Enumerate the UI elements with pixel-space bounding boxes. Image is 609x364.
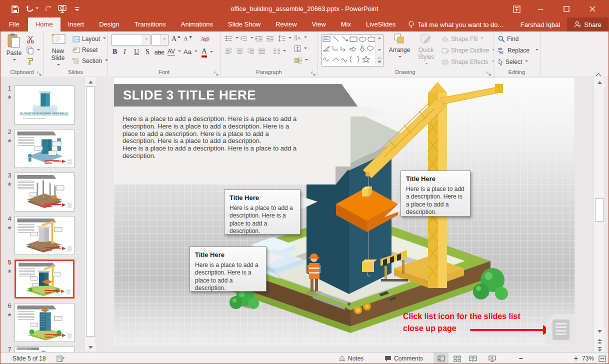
layout-button[interactable]: Layout [72, 36, 106, 42]
user-name[interactable]: Farshad Iqbal [520, 21, 560, 28]
columns-button[interactable] [274, 48, 286, 54]
grow-font-button[interactable]: A [172, 35, 180, 43]
thumbnail-scrollbar[interactable] [84, 76, 96, 352]
increase-indent-button[interactable] [266, 36, 274, 42]
slide-thumbnail-7[interactable]: Blueprint Slide List [14, 346, 74, 352]
slide-canvas[interactable]: SLIDE 3 TITLE HERE Here is a place to ad… [114, 78, 574, 346]
tab-file[interactable]: File [0, 18, 28, 32]
shrink-font-button[interactable]: A [184, 35, 192, 42]
slide-show-icon[interactable] [484, 352, 500, 364]
canvas-scroll-down-icon[interactable] [594, 327, 604, 336]
font-color-button[interactable]: A [202, 47, 213, 58]
justify-button[interactable] [258, 48, 265, 54]
zoom-out-icon[interactable] [518, 352, 524, 364]
tab-slide-show[interactable]: Slide Show [220, 18, 268, 32]
zoom-in-icon[interactable] [574, 352, 578, 364]
section-button[interactable]: Section [72, 58, 108, 64]
bold-button[interactable]: B [112, 48, 117, 56]
cut-button[interactable] [26, 36, 34, 44]
clear-formatting-button[interactable]: A [200, 35, 210, 43]
italic-button[interactable]: I [124, 48, 126, 56]
ribbon-display-options-icon[interactable] [506, 0, 526, 18]
change-case-button[interactable]: Aa [184, 48, 198, 56]
tab-animations[interactable]: Animations [174, 18, 220, 32]
font-dialog-launcher[interactable] [214, 70, 219, 74]
arrange-button[interactable]: Arrange [388, 33, 412, 68]
new-slide-button[interactable]: New Slide [46, 33, 70, 68]
minimize-icon[interactable] [530, 0, 550, 18]
thumbnail-scrollbar-thumb[interactable] [86, 86, 95, 336]
shape-gallery-scroll[interactable] [376, 35, 383, 65]
shape-fill-button[interactable]: Shape Fill [442, 36, 484, 42]
fit-to-window-icon[interactable] [598, 352, 606, 364]
tab-mix[interactable]: Mix [334, 18, 358, 32]
text-direction-button[interactable]: A [294, 34, 307, 41]
find-button[interactable]: Find [498, 36, 518, 42]
canvas-scrollbar[interactable] [594, 76, 604, 352]
spell-check-icon[interactable] [56, 352, 64, 364]
paragraph-dialog-launcher[interactable] [311, 70, 316, 74]
quick-styles-button[interactable]: Quick Styles [414, 33, 438, 68]
thumbnail-scroll-up-icon[interactable] [86, 78, 96, 86]
line-spacing-button[interactable] [278, 36, 292, 42]
slide-thumbnail-1[interactable]: BUSINESS BUILDING ASSEMBLEA Presentation… [14, 86, 74, 124]
slide-description[interactable]: Here is a place to add a description. He… [122, 116, 304, 160]
slide-thumbnail-6[interactable] [14, 303, 74, 342]
slide-thumbnail-3[interactable] [14, 172, 74, 212]
maximize-icon[interactable] [556, 0, 576, 18]
callout-middle[interactable]: Title Here Here is a place to add a desc… [224, 190, 300, 234]
slide-thumbnail-2[interactable] [14, 129, 74, 168]
slide-title-banner[interactable]: SLIDE 3 TITLE HERE [114, 84, 364, 106]
share-button[interactable]: Share [567, 18, 608, 32]
tab-transitions[interactable]: Transitions [127, 18, 174, 32]
slide-thumbnail-5[interactable] [14, 260, 74, 298]
shape-outline-button[interactable]: Shape Outline [442, 47, 495, 54]
font-name-combo[interactable] [112, 34, 150, 46]
thumbnail-scroll-down-icon[interactable] [86, 343, 96, 352]
slide-thumbnail-4[interactable] [14, 216, 74, 255]
shape-gallery[interactable] [322, 34, 384, 66]
tell-me-box[interactable]: Tell me what you want to do... [403, 18, 508, 32]
text-shadow-button[interactable]: S [146, 48, 150, 56]
reset-button[interactable]: Reset [72, 46, 98, 54]
slide-sorter-view-icon[interactable] [450, 352, 464, 364]
copy-button[interactable] [26, 46, 40, 54]
replace-button[interactable]: abac Replace [498, 47, 538, 54]
character-spacing-button[interactable]: AV [168, 48, 181, 56]
close-icon[interactable] [582, 0, 602, 18]
align-text-button[interactable] [294, 46, 307, 52]
reading-view-icon[interactable] [466, 352, 480, 364]
tab-review[interactable]: Review [268, 18, 304, 32]
tab-liveslides[interactable]: LiveSlides [358, 18, 403, 32]
shape-effects-button[interactable]: Shape Effects [442, 58, 494, 66]
align-center-button[interactable] [236, 48, 243, 54]
align-left-button[interactable] [226, 48, 232, 54]
bullets-button[interactable] [226, 36, 238, 42]
numbering-button[interactable]: 12 [240, 36, 254, 42]
paste-button[interactable]: Paste [2, 33, 26, 68]
convert-smartart-button[interactable] [294, 58, 308, 64]
canvas-scroll-up-icon[interactable] [594, 78, 604, 86]
font-size-combo[interactable] [152, 34, 168, 46]
canvas-scrollbar-thumb[interactable] [595, 198, 604, 222]
underline-button[interactable]: U [134, 48, 139, 56]
normal-view-icon[interactable] [434, 352, 448, 364]
decrease-indent-button[interactable] [256, 36, 262, 42]
notes-button[interactable]: Notes [338, 352, 364, 364]
select-button[interactable]: Select [498, 58, 528, 66]
tab-design[interactable]: Design [92, 18, 126, 32]
callout-right[interactable]: Title Here Here is a place to add a desc… [400, 170, 470, 216]
tab-home[interactable]: Home [28, 18, 60, 32]
previous-slide-icon[interactable] [594, 337, 604, 346]
align-right-button[interactable] [248, 48, 254, 54]
strikethrough-button[interactable]: abc [154, 49, 164, 56]
format-painter-button[interactable] [26, 58, 34, 66]
callout-lower-left[interactable]: Title Here Here is a place to add a desc… [190, 246, 266, 292]
next-slide-icon[interactable] [594, 345, 604, 352]
drawing-dialog-launcher[interactable] [486, 70, 492, 74]
zoom-percent[interactable]: 73% [582, 352, 594, 364]
tab-insert[interactable]: Insert [60, 18, 92, 32]
tab-view[interactable]: View [304, 18, 334, 32]
clipboard-dialog-launcher[interactable] [37, 70, 42, 74]
comments-button[interactable]: Comments [384, 352, 423, 364]
